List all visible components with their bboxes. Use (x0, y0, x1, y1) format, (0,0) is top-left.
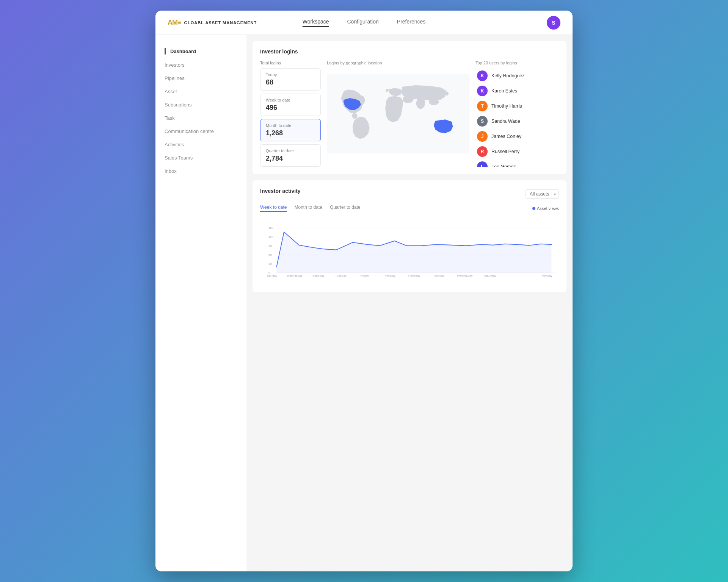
investor-logins-card: Investor logins Total logins Today 68 We… (253, 41, 566, 174)
main-layout: Dashboard Investors Pipelines Asset Subs… (155, 35, 573, 571)
sidebar-item-task[interactable]: Task (155, 111, 246, 125)
svg-text:30: 30 (268, 262, 272, 266)
content-area: Investor logins Total logins Today 68 We… (246, 35, 573, 571)
top-users-list: K Kelly Rodriguez K Karen Estes T Timoth… (475, 68, 559, 167)
sidebar-item-sales-teams[interactable]: Sales Teams (155, 151, 246, 164)
sidebar-item-inbox[interactable]: Inbox (155, 164, 246, 178)
activity-title: Investor activity (260, 188, 301, 194)
logo-area: AM≡ GLOABL ASSET MANAGEMENT (168, 19, 257, 27)
svg-text:120: 120 (268, 235, 274, 239)
tab-month-to-date[interactable]: Month to date (295, 205, 322, 212)
nav-configuration[interactable]: Configuration (347, 19, 379, 27)
user-name-russell: Russell Perry (491, 149, 519, 154)
stat-quarter-value: 2,784 (266, 155, 315, 163)
list-item: K Kelly Rodriguez (475, 68, 559, 83)
legend-dot (532, 207, 535, 210)
svg-text:90: 90 (268, 244, 272, 248)
svg-text:Sunday: Sunday (267, 274, 277, 277)
sidebar-item-subscriptions[interactable]: Subsriptions (155, 98, 246, 111)
list-item: S Sandra Wade (475, 114, 559, 129)
stat-quarter-label: Quarter to date (266, 149, 315, 153)
user-avatar-russell: R (477, 146, 488, 157)
stat-today-value: 68 (266, 78, 315, 86)
map-title: Logins by geographic location (327, 61, 469, 65)
logo-icon: AM≡ (168, 19, 181, 27)
svg-text:Thursday: Thursday (408, 274, 420, 277)
asset-select[interactable]: All assets (526, 189, 559, 199)
total-logins-label: Total logins (260, 61, 321, 65)
user-avatar-sandra: S (477, 116, 488, 127)
nav-preferences[interactable]: Preferences (397, 19, 425, 27)
svg-text:Saturday: Saturday (484, 274, 496, 277)
stat-today: Today 68 (260, 68, 321, 91)
stat-today-label: Today (266, 72, 315, 77)
svg-text:Tuesday: Tuesday (335, 274, 347, 277)
activity-tabs: Week to date Month to date Quarter to da… (260, 205, 361, 212)
stat-month: Month to date 1,268 (260, 119, 321, 141)
svg-text:Monday: Monday (385, 274, 395, 277)
investor-logins-title: Investor logins (260, 48, 559, 55)
user-avatar-james: J (477, 131, 488, 142)
investor-activity-card: Investor activity All assets Week to dat… (253, 180, 566, 292)
logo-text: GLOABL ASSET MANAGEMENT (184, 20, 257, 25)
asset-select-wrap: All assets (526, 189, 559, 199)
world-map (327, 68, 469, 159)
chart-legend: Asset views (532, 206, 559, 211)
map-svg (327, 74, 469, 154)
top-users-title: Top 20 users by logins (475, 61, 559, 65)
svg-text:Wednesday: Wednesday (287, 274, 303, 277)
list-item: R Russell Perry (475, 144, 559, 159)
list-item: J James Conley (475, 129, 559, 144)
stat-week-label: Week to date (266, 98, 315, 102)
user-avatar-karen: K (477, 86, 488, 96)
svg-text:150: 150 (268, 226, 274, 230)
map-column: Logins by geographic location (327, 61, 469, 167)
stat-week: Week to date 496 (260, 94, 321, 116)
svg-text:Wednesday: Wednesday (457, 274, 473, 277)
svg-text:60: 60 (268, 253, 272, 257)
stat-month-label: Month to date (266, 123, 315, 128)
sidebar-item-pipelines[interactable]: Pipelines (155, 72, 246, 85)
user-name-sandra: Sandra Wade (491, 119, 520, 124)
total-logins-column: Total logins Today 68 Week to date 496 (260, 61, 321, 167)
sidebar-item-activities[interactable]: Activities (155, 138, 246, 151)
legend-label: Asset views (537, 206, 559, 211)
user-name-lee: Lee Gomez (491, 164, 516, 167)
sidebar-item-dashboard[interactable]: Dashboard (155, 44, 246, 58)
user-name-timothy: Timothy Harris (491, 103, 522, 109)
stat-week-value: 496 (266, 104, 315, 112)
stat-month-value: 1,268 (266, 129, 315, 137)
chart-area: 150 120 90 60 30 0 (260, 216, 559, 285)
svg-text:Saturday: Saturday (312, 274, 325, 277)
activity-header: Investor activity All assets (260, 188, 559, 200)
user-name-james: James Conley (491, 134, 521, 139)
top-users-column: Top 20 users by logins K Kelly Rodriguez… (475, 61, 559, 167)
user-avatar-kelly: K (477, 70, 488, 81)
chart-svg: 150 120 90 60 30 0 (260, 216, 559, 285)
list-item: K Karen Estes (475, 83, 559, 99)
app-header: AM≡ GLOABL ASSET MANAGEMENT Workspace Co… (155, 11, 573, 35)
sidebar-item-investors[interactable]: Investors (155, 58, 246, 72)
sidebar-item-communication[interactable]: Communication centre (155, 125, 246, 138)
stat-quarter: Quarter to date 2,784 (260, 144, 321, 167)
user-avatar[interactable]: S (547, 16, 560, 30)
svg-text:Friday: Friday (361, 274, 369, 277)
user-name-karen: Karen Estes (491, 88, 517, 94)
user-avatar-timothy: T (477, 101, 488, 111)
tab-quarter-to-date[interactable]: Quarter to date (330, 205, 361, 212)
list-item: L Lee Gomez (475, 159, 559, 167)
total-logins-stats: Today 68 Week to date 496 Month to date … (260, 68, 321, 167)
header-nav: Workspace Configuration Preferences (303, 19, 426, 27)
tab-week-to-date[interactable]: Week to date (260, 205, 287, 212)
logins-grid: Total logins Today 68 Week to date 496 (260, 61, 559, 167)
svg-text:Sunday: Sunday (434, 274, 444, 277)
nav-workspace[interactable]: Workspace (303, 19, 329, 27)
list-item: T Timothy Harris (475, 99, 559, 114)
user-name-kelly: Kelly Rodriguez (491, 73, 525, 78)
sidebar: Dashboard Investors Pipelines Asset Subs… (155, 35, 246, 571)
svg-text:Monday: Monday (541, 274, 552, 277)
sidebar-item-asset[interactable]: Asset (155, 85, 246, 98)
user-avatar-lee: L (477, 161, 488, 167)
